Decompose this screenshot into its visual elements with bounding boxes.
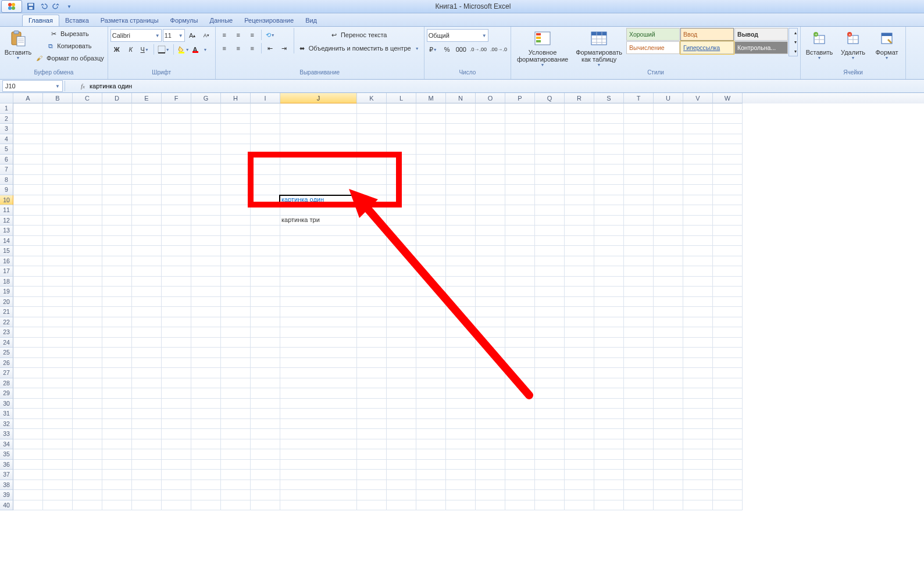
cell-P15[interactable] <box>505 246 535 256</box>
cell-A23[interactable] <box>13 327 43 338</box>
cell-I19[interactable] <box>251 287 280 297</box>
cell-B5[interactable] <box>43 144 73 155</box>
cell-H32[interactable] <box>221 419 251 430</box>
row-header-29[interactable]: 29 <box>0 388 13 399</box>
cell-L8[interactable] <box>387 175 416 185</box>
cell-L5[interactable] <box>387 144 416 155</box>
col-header-E[interactable]: E <box>132 93 162 103</box>
cell-B23[interactable] <box>43 327 73 338</box>
cell-N19[interactable] <box>446 287 476 297</box>
cell-O12[interactable] <box>476 216 505 226</box>
cell-C4[interactable] <box>73 134 102 145</box>
cell-R27[interactable] <box>565 368 594 378</box>
cell-G32[interactable] <box>191 419 221 430</box>
cell-O25[interactable] <box>476 348 505 358</box>
cell-S3[interactable] <box>594 124 624 134</box>
cell-O40[interactable] <box>476 500 505 511</box>
cell-S40[interactable] <box>594 500 624 511</box>
cell-O4[interactable] <box>476 134 505 145</box>
cell-A38[interactable] <box>13 480 43 491</box>
col-header-B[interactable]: B <box>43 93 73 103</box>
cell-B37[interactable] <box>43 470 73 480</box>
cell-A26[interactable] <box>13 358 43 369</box>
cell-H13[interactable] <box>221 226 251 236</box>
cell-S32[interactable] <box>594 419 624 430</box>
cell-G9[interactable] <box>191 185 221 195</box>
cell-S4[interactable] <box>594 134 624 145</box>
cell-A19[interactable] <box>13 287 43 297</box>
cell-K19[interactable] <box>357 287 387 297</box>
cell-D27[interactable] <box>102 368 132 378</box>
cell-B8[interactable] <box>43 175 73 185</box>
cell-I14[interactable] <box>251 236 280 246</box>
col-header-N[interactable]: N <box>446 93 476 103</box>
cell-K8[interactable] <box>357 175 387 185</box>
row-header-40[interactable]: 40 <box>0 500 13 511</box>
col-header-D[interactable]: D <box>102 93 132 103</box>
cell-A25[interactable] <box>13 348 43 358</box>
cell-G6[interactable] <box>191 155 221 165</box>
cell-V40[interactable] <box>683 500 713 511</box>
font-name-combo[interactable]: Calibri▼ <box>110 29 162 42</box>
cell-M40[interactable] <box>416 500 446 511</box>
style-output[interactable]: Вывод <box>734 28 788 41</box>
cell-G22[interactable] <box>191 317 221 328</box>
cell-H18[interactable] <box>221 277 251 287</box>
cell-H26[interactable] <box>221 358 251 369</box>
cell-V30[interactable] <box>683 399 713 409</box>
style-calc[interactable]: Вычисление <box>626 41 680 54</box>
cell-D12[interactable] <box>102 216 132 226</box>
cell-E32[interactable] <box>132 419 162 430</box>
cell-F21[interactable] <box>162 307 191 317</box>
cell-W3[interactable] <box>713 124 743 134</box>
cell-K27[interactable] <box>357 368 387 378</box>
cell-K10[interactable] <box>357 195 387 206</box>
cell-A24[interactable] <box>13 338 43 348</box>
cell-M10[interactable] <box>416 195 446 206</box>
cell-J29[interactable] <box>280 388 357 399</box>
cell-E16[interactable] <box>132 256 162 267</box>
cell-D29[interactable] <box>102 388 132 399</box>
cell-O2[interactable] <box>476 114 505 124</box>
cell-E36[interactable] <box>132 460 162 470</box>
cell-O14[interactable] <box>476 236 505 246</box>
cell-A9[interactable] <box>13 185 43 195</box>
cell-V10[interactable] <box>683 195 713 206</box>
cell-M38[interactable] <box>416 480 446 491</box>
cell-Q15[interactable] <box>535 246 565 256</box>
cell-F6[interactable] <box>162 155 191 165</box>
cell-K30[interactable] <box>357 399 387 409</box>
cell-O33[interactable] <box>476 429 505 439</box>
cell-M37[interactable] <box>416 470 446 480</box>
cell-W1[interactable] <box>713 103 743 114</box>
cell-K11[interactable] <box>357 205 387 216</box>
cell-C34[interactable] <box>73 439 102 450</box>
cell-N30[interactable] <box>446 399 476 409</box>
cell-R39[interactable] <box>565 490 594 500</box>
cell-Q33[interactable] <box>535 429 565 439</box>
cell-W23[interactable] <box>713 327 743 338</box>
cell-T16[interactable] <box>624 256 654 267</box>
cell-J35[interactable] <box>280 449 357 460</box>
cell-C27[interactable] <box>73 368 102 378</box>
cell-W13[interactable] <box>713 226 743 236</box>
col-header-J[interactable]: J <box>280 93 357 103</box>
cell-W6[interactable] <box>713 155 743 165</box>
cell-O30[interactable] <box>476 399 505 409</box>
cell-F37[interactable] <box>162 470 191 480</box>
cell-W8[interactable] <box>713 175 743 185</box>
cell-N26[interactable] <box>446 358 476 369</box>
cell-E6[interactable] <box>132 155 162 165</box>
cell-G21[interactable] <box>191 307 221 317</box>
cell-A5[interactable] <box>13 144 43 155</box>
cell-S39[interactable] <box>594 490 624 500</box>
cell-W22[interactable] <box>713 317 743 328</box>
cell-T26[interactable] <box>624 358 654 369</box>
cell-K40[interactable] <box>357 500 387 511</box>
cell-Q38[interactable] <box>535 480 565 491</box>
cell-G19[interactable] <box>191 287 221 297</box>
cell-K1[interactable] <box>357 103 387 114</box>
cell-I40[interactable] <box>251 500 280 511</box>
cell-N36[interactable] <box>446 460 476 470</box>
cell-C26[interactable] <box>73 358 102 369</box>
